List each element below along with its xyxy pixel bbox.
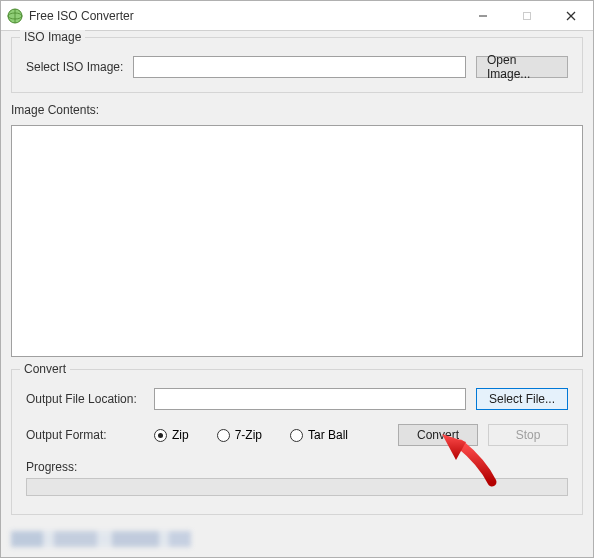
output-location-input[interactable] xyxy=(154,388,466,410)
maximize-button[interactable] xyxy=(505,1,549,30)
format-radio-7zip[interactable]: 7-Zip xyxy=(217,428,262,442)
footer-link-blurred xyxy=(11,531,191,547)
progress-bar xyxy=(26,478,568,496)
iso-path-input[interactable] xyxy=(133,56,466,78)
image-contents-list[interactable] xyxy=(11,125,583,357)
format-7zip-label: 7-Zip xyxy=(235,428,262,442)
open-image-button[interactable]: Open Image... xyxy=(476,56,568,78)
minimize-button[interactable] xyxy=(461,1,505,30)
stop-button[interactable]: Stop xyxy=(488,424,568,446)
select-iso-label: Select ISO Image: xyxy=(26,60,123,74)
convert-group: Convert Output File Location: Select Fil… xyxy=(11,369,583,515)
svg-rect-3 xyxy=(524,12,531,19)
format-radio-tarball[interactable]: Tar Ball xyxy=(290,428,348,442)
image-contents-label: Image Contents: xyxy=(11,103,583,117)
radio-dot-icon xyxy=(217,429,230,442)
iso-group-legend: ISO Image xyxy=(20,30,85,44)
progress-label: Progress: xyxy=(26,460,568,474)
select-file-button[interactable]: Select File... xyxy=(476,388,568,410)
output-format-label: Output Format: xyxy=(26,428,144,442)
app-window: Free ISO Converter ISO Image Select ISO … xyxy=(0,0,594,558)
window-controls xyxy=(461,1,593,30)
convert-button[interactable]: Convert xyxy=(398,424,478,446)
client-area: ISO Image Select ISO Image: Open Image..… xyxy=(1,31,593,557)
output-location-label: Output File Location: xyxy=(26,392,144,406)
close-button[interactable] xyxy=(549,1,593,30)
titlebar: Free ISO Converter xyxy=(1,1,593,31)
radio-dot-icon xyxy=(154,429,167,442)
iso-image-group: ISO Image Select ISO Image: Open Image..… xyxy=(11,37,583,93)
convert-group-legend: Convert xyxy=(20,362,70,376)
format-radio-zip[interactable]: Zip xyxy=(154,428,189,442)
app-icon xyxy=(7,8,23,24)
radio-dot-icon xyxy=(290,429,303,442)
window-title: Free ISO Converter xyxy=(29,9,461,23)
format-tarball-label: Tar Ball xyxy=(308,428,348,442)
format-zip-label: Zip xyxy=(172,428,189,442)
